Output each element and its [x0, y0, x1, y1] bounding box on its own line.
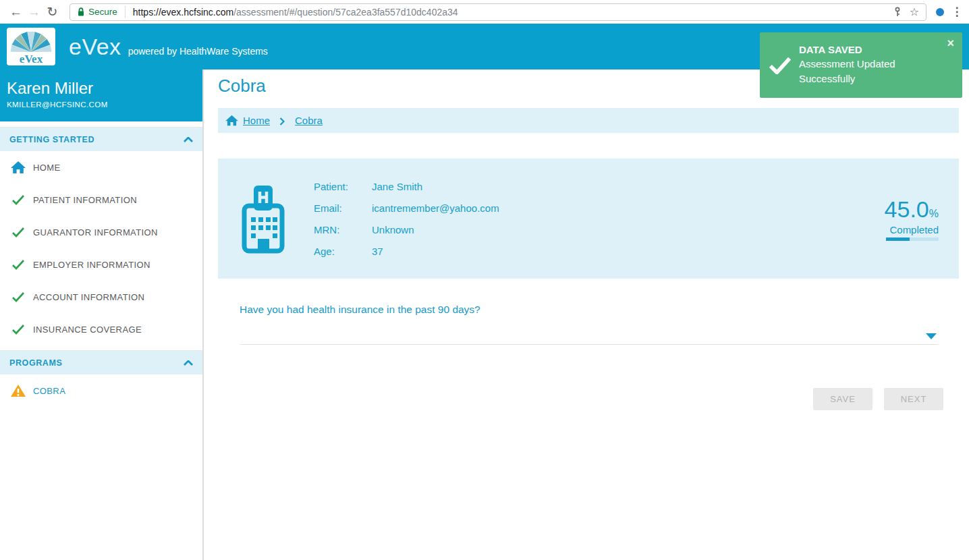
sidebar-item-guarantor-information[interactable]: GUARANTOR INFORMATION [0, 216, 202, 248]
toast-message: Assessment Updated Successfully [799, 57, 918, 86]
sidebar-item-label: GUARANTOR INFORMATION [33, 227, 158, 237]
field-label: MRN: [314, 224, 372, 235]
toast-body: DATA SAVED Assessment Updated Successful… [799, 44, 918, 86]
hospital-icon [240, 184, 287, 254]
brand-tagline: powered by HealthWare Systems [128, 46, 268, 57]
sidebar-item-cobra[interactable]: COBRA [0, 374, 202, 407]
check-icon [10, 194, 26, 205]
sidebar-item-label: EMPLOYER INFORMATION [33, 260, 150, 270]
browser-toolbar: ← → ↻ Secure https://evex.hcfsinc.com/as… [0, 0, 969, 24]
field-value: Jane Smith [372, 181, 499, 192]
sidebar-item-account-information[interactable]: ACCOUNT INFORMATION [0, 281, 202, 313]
sidebar-item-label: COBRA [33, 386, 65, 396]
progress-label: Completed [885, 224, 939, 235]
toast-notification: DATA SAVED Assessment Updated Successful… [760, 32, 962, 98]
sidebar-item-employer-information[interactable]: EMPLOYER INFORMATION [0, 248, 202, 281]
sidebar-item-home[interactable]: HOME [0, 151, 202, 184]
save-button[interactable]: SAVE [813, 388, 873, 410]
user-block: Karen Miller KMILLER@HCFSINC.COM [0, 69, 202, 121]
progress-indicator: 45.0% Completed [885, 196, 939, 241]
evex-logo: eVex [7, 28, 55, 65]
logo-text: eVex [20, 53, 43, 65]
secure-label: Secure [88, 7, 117, 17]
progress-percent-sign: % [929, 208, 939, 219]
progress-bar-fill [886, 237, 910, 241]
user-name: Karen Miller [7, 79, 196, 98]
action-buttons: SAVE NEXT [813, 388, 943, 410]
sidebar-item-label: ACCOUNT INFORMATION [33, 292, 144, 302]
patient-card: Patient: Jane Smith Email: icantremember… [218, 159, 959, 279]
url-base: https://evex.hcfsinc.com [133, 7, 233, 18]
sidebar-item-label: HOME [33, 163, 61, 173]
section-programs-label: PROGRAMS [9, 358, 62, 368]
sidebar-item-label: INSURANCE COVERAGE [33, 325, 142, 335]
field-label: Email: [314, 202, 372, 214]
section-programs[interactable]: PROGRAMS [0, 350, 202, 374]
browser-refresh-icon[interactable]: ↻ [43, 5, 61, 18]
field-value: Unknown [372, 224, 499, 235]
breadcrumb: Home Cobra [218, 108, 959, 133]
chevron-right-icon [279, 117, 285, 125]
progress-percent-value: 45.0 [885, 196, 929, 222]
check-icon [10, 227, 26, 237]
field-label: Age: [314, 246, 372, 257]
page-title: Cobra [218, 76, 266, 96]
brand-name: eVex [69, 34, 121, 60]
patient-fields: Patient: Jane Smith Email: icantremember… [314, 181, 499, 257]
breadcrumb-home-icon [225, 115, 238, 126]
browser-forward-icon[interactable]: → [25, 5, 43, 18]
secure-badge[interactable]: Secure [77, 7, 117, 17]
toast-check-icon [769, 57, 799, 74]
check-icon [10, 324, 26, 335]
breadcrumb-home-link[interactable]: Home [243, 115, 270, 126]
question-text: Have you had health insurance in the pas… [240, 304, 480, 316]
toast-title: DATA SAVED [799, 44, 918, 55]
password-key-icon[interactable] [893, 7, 902, 17]
url-divider [125, 6, 126, 18]
browser-profile-icon[interactable] [936, 8, 944, 16]
check-icon [10, 259, 26, 270]
breadcrumb-current-link[interactable]: Cobra [295, 115, 323, 126]
field-value: icantremember@yahoo.com [372, 202, 499, 214]
insurance-question-select[interactable] [240, 325, 938, 345]
next-button[interactable]: NEXT [884, 388, 943, 410]
chevron-up-icon [184, 360, 193, 366]
sidebar-item-label: PATIENT INFORMATION [33, 195, 137, 205]
chevron-up-icon [184, 137, 193, 142]
progress-percent: 45.0% [885, 196, 939, 223]
toast-close-icon[interactable]: × [947, 37, 954, 49]
field-label: Patient: [314, 181, 372, 192]
url-path: /assessment/#/question/57ca2ea3fa557d10d… [233, 7, 458, 18]
progress-bar [886, 237, 939, 241]
field-value: 37 [372, 246, 499, 257]
main-content: Cobra Home Cobra [204, 69, 969, 560]
browser-menu-icon[interactable]: ⋮ [950, 5, 964, 19]
section-getting-started[interactable]: GETTING STARTED [0, 127, 202, 151]
browser-back-icon[interactable]: ← [7, 5, 25, 18]
check-icon [10, 291, 26, 302]
sidebar-gap [0, 121, 202, 127]
url-text: https://evex.hcfsinc.com/assessment/#/qu… [133, 7, 458, 18]
home-icon [10, 161, 26, 174]
dropdown-caret-icon [926, 333, 937, 339]
lock-icon [77, 7, 85, 17]
warning-icon [10, 384, 26, 397]
logo-starburst-icon [11, 32, 52, 55]
sidebar-item-insurance-coverage[interactable]: INSURANCE COVERAGE [0, 313, 202, 345]
sidebar-gap [0, 345, 202, 350]
sidebar-item-patient-information[interactable]: PATIENT INFORMATION [0, 184, 202, 216]
section-getting-started-label: GETTING STARTED [9, 135, 94, 144]
sidebar: Karen Miller KMILLER@HCFSINC.COM GETTING… [0, 69, 204, 560]
brand-row: eVex powered by HealthWare Systems [69, 34, 268, 60]
user-email: KMILLER@HCFSINC.COM [7, 101, 196, 109]
bookmark-star-icon[interactable]: ☆ [910, 5, 919, 18]
address-bar[interactable]: Secure https://evex.hcfsinc.com/assessme… [70, 3, 926, 21]
